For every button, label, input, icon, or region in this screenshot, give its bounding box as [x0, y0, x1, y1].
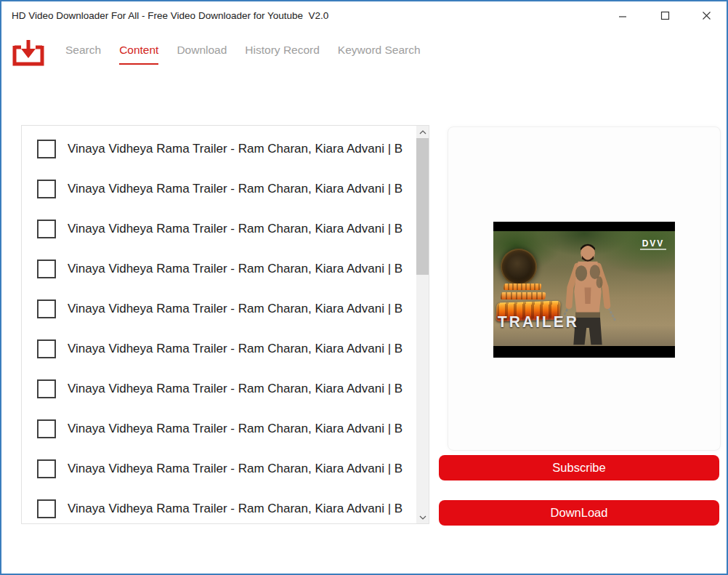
- list-item[interactable]: Vinaya Vidheya Rama Trailer - Ram Charan…: [22, 209, 416, 249]
- item-label: Vinaya Vidheya Rama Trailer - Ram Charan…: [68, 502, 403, 516]
- item-checkbox[interactable]: [37, 499, 56, 518]
- studio-logo-text: DVV: [640, 240, 666, 248]
- tab-history-record[interactable]: History Record: [245, 44, 320, 63]
- close-icon: [702, 11, 711, 20]
- scrollbar-thumb[interactable]: [416, 138, 429, 275]
- list-item[interactable]: Vinaya Vidheya Rama Trailer - Ram Charan…: [22, 369, 416, 409]
- item-checkbox[interactable]: [37, 260, 56, 278]
- chevron-down-icon: [419, 515, 426, 520]
- maximize-icon: [660, 11, 670, 20]
- window-title: HD Video Downloader For All - Free Video…: [12, 10, 328, 21]
- item-checkbox[interactable]: [37, 220, 56, 238]
- tab-download[interactable]: Download: [177, 44, 227, 63]
- list-item[interactable]: Vinaya Vidheya Rama Trailer - Ram Charan…: [22, 488, 416, 524]
- list-scrollbar[interactable]: [416, 126, 429, 523]
- list-item[interactable]: Vinaya Vidheya Rama Trailer - Ram Charan…: [22, 129, 416, 169]
- item-checkbox[interactable]: [37, 379, 56, 398]
- list-item[interactable]: Vinaya Vidheya Rama Trailer - Ram Charan…: [22, 249, 416, 289]
- item-label: Vinaya Vidheya Rama Trailer - Ram Charan…: [68, 462, 403, 476]
- tab-search[interactable]: Search: [65, 44, 101, 63]
- item-label: Vinaya Vidheya Rama Trailer - Ram Charan…: [68, 142, 403, 156]
- item-label: Vinaya Vidheya Rama Trailer - Ram Charan…: [68, 262, 403, 276]
- subscribe-button[interactable]: Subscribe: [439, 455, 719, 480]
- minimize-icon: [618, 11, 627, 20]
- scroll-up-button[interactable]: [416, 126, 429, 138]
- item-label: Vinaya Vidheya Rama Trailer - Ram Charan…: [68, 222, 403, 236]
- video-list[interactable]: Vinaya Vidheya Rama Trailer - Ram Charan…: [21, 125, 429, 524]
- maximize-button[interactable]: [652, 4, 677, 26]
- item-label: Vinaya Vidheya Rama Trailer - Ram Charan…: [68, 342, 403, 356]
- item-label: Vinaya Vidheya Rama Trailer - Ram Charan…: [68, 182, 403, 196]
- tab-keyword-search[interactable]: Keyword Search: [338, 44, 421, 63]
- list-item[interactable]: Vinaya Vidheya Rama Trailer - Ram Charan…: [22, 329, 416, 369]
- chevron-up-icon: [419, 130, 426, 134]
- studio-logo: DVV: [640, 240, 666, 250]
- nav-bar: SearchContentDownloadHistory RecordKeywo…: [1, 33, 727, 74]
- item-label: Vinaya Vidheya Rama Trailer - Ram Charan…: [68, 302, 403, 316]
- item-label: Vinaya Vidheya Rama Trailer - Ram Charan…: [68, 382, 403, 396]
- download-button[interactable]: DownLoad: [439, 500, 719, 526]
- video-rows: Vinaya Vidheya Rama Trailer - Ram Charan…: [22, 129, 416, 524]
- item-checkbox[interactable]: [37, 419, 56, 438]
- app-logo-download-icon: [12, 39, 45, 68]
- item-label: Vinaya Vidheya Rama Trailer - Ram Charan…: [68, 422, 403, 436]
- studio-logo-subline: [640, 249, 666, 250]
- item-checkbox[interactable]: [37, 140, 56, 158]
- title-bar: HD Video Downloader For All - Free Video…: [1, 1, 727, 31]
- telugu-title-line-icon: [503, 284, 542, 290]
- item-checkbox[interactable]: [37, 180, 56, 198]
- list-item[interactable]: Vinaya Vidheya Rama Trailer - Ram Charan…: [22, 289, 416, 329]
- list-item[interactable]: Vinaya Vidheya Rama Trailer - Ram Charan…: [22, 169, 416, 209]
- list-item[interactable]: Vinaya Vidheya Rama Trailer - Ram Charan…: [22, 449, 416, 488]
- item-checkbox[interactable]: [37, 299, 56, 318]
- close-button[interactable]: [694, 4, 719, 26]
- app-window: HD Video Downloader For All - Free Video…: [0, 0, 728, 575]
- item-checkbox[interactable]: [37, 339, 56, 358]
- minimize-button[interactable]: [610, 4, 635, 26]
- trailer-text: TRAILER: [498, 313, 579, 331]
- nav-tabs: SearchContentDownloadHistory RecordKeywo…: [65, 44, 421, 65]
- video-thumbnail: TRAILER DVV: [493, 222, 675, 358]
- tab-content[interactable]: Content: [119, 44, 158, 65]
- telugu-title-line-icon: [500, 292, 546, 299]
- scroll-down-button[interactable]: [416, 511, 429, 523]
- list-item[interactable]: Vinaya Vidheya Rama Trailer - Ram Charan…: [22, 409, 416, 449]
- movie-emblem-icon: [501, 249, 537, 285]
- thumbnail-photo: TRAILER DVV: [493, 231, 675, 346]
- item-checkbox[interactable]: [37, 459, 56, 478]
